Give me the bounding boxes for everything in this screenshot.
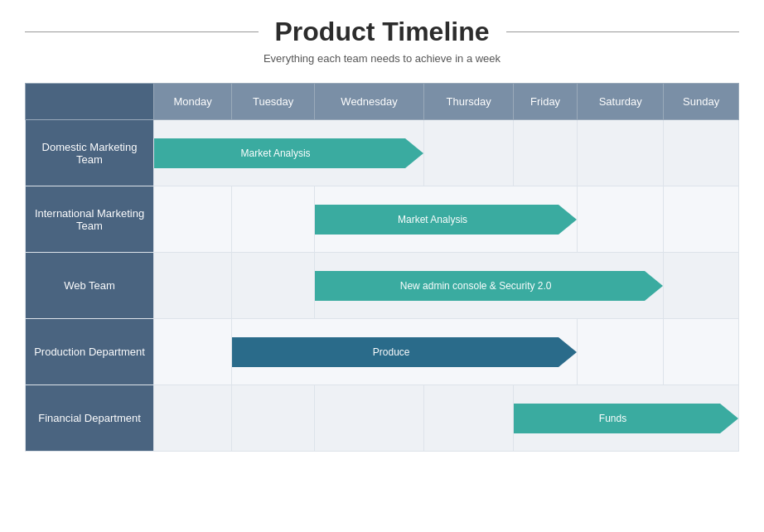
table-row: Domestic Marketing TeamMarket Analysis (26, 120, 739, 186)
empty-cell (664, 120, 739, 186)
task-cell: New admin console & Security 2.0 (314, 253, 663, 319)
header-label-col (26, 84, 154, 120)
row-label: Domestic Marketing Team (26, 120, 154, 186)
task-cell: Market Analysis (154, 120, 424, 186)
header-decoration: Product Timeline (25, 17, 739, 47)
header-wednesday: Wednesday (314, 84, 423, 120)
empty-cell (154, 319, 232, 385)
empty-cell (232, 186, 315, 253)
empty-cell (578, 120, 664, 186)
row-label: International Marketing Team (26, 186, 154, 253)
header-line-left (25, 31, 259, 32)
table-row: Financial DepartmentFunds (26, 385, 739, 452)
empty-cell (424, 385, 514, 452)
task-cell: Funds (514, 385, 739, 452)
empty-cell (664, 319, 739, 385)
task-arrow-tip (558, 205, 577, 235)
row-label: Web Team (26, 253, 154, 319)
empty-cell (578, 319, 664, 385)
empty-cell (314, 385, 423, 452)
task-arrow-tip (645, 271, 663, 301)
empty-cell (664, 186, 739, 253)
task-arrow-body: Market Analysis (315, 205, 558, 235)
header-sunday: Sunday (664, 84, 739, 120)
header-monday: Monday (154, 84, 232, 120)
empty-cell (154, 186, 232, 253)
task-cell: Market Analysis (314, 186, 577, 253)
empty-cell (664, 253, 739, 319)
table-row: Web TeamNew admin console & Security 2.0 (26, 253, 739, 319)
timeline-table: Monday Tuesday Wednesday Thursday Friday… (25, 83, 739, 452)
header-friday: Friday (514, 84, 578, 120)
task-arrow-body: Market Analysis (154, 138, 405, 168)
task-arrow-tip (558, 337, 577, 367)
empty-cell (578, 186, 664, 253)
task-arrow-tip (720, 404, 738, 433)
task-cell: Produce (232, 319, 578, 385)
page-subtitle: Everything each team needs to achieve in… (264, 52, 500, 65)
task-arrow-tip (405, 138, 423, 168)
header-tuesday: Tuesday (232, 84, 315, 120)
task-arrow-body: New admin console & Security 2.0 (315, 271, 645, 301)
table-row: International Marketing TeamMarket Analy… (26, 186, 739, 253)
empty-cell (514, 120, 578, 186)
header-saturday: Saturday (578, 84, 664, 120)
empty-cell (154, 385, 232, 452)
task-arrow-body: Funds (514, 404, 720, 433)
page-title: Product Timeline (259, 17, 506, 47)
header-thursday: Thursday (424, 84, 514, 120)
table-row: Production DepartmentProduce (26, 319, 739, 385)
empty-cell (424, 120, 514, 186)
empty-cell (232, 385, 315, 452)
header-line-right (506, 31, 740, 32)
row-label: Financial Department (26, 385, 154, 452)
task-arrow-body: Produce (232, 337, 558, 367)
row-label: Production Department (26, 319, 154, 385)
empty-cell (232, 253, 315, 319)
header-row: Monday Tuesday Wednesday Thursday Friday… (26, 84, 739, 120)
empty-cell (154, 253, 232, 319)
